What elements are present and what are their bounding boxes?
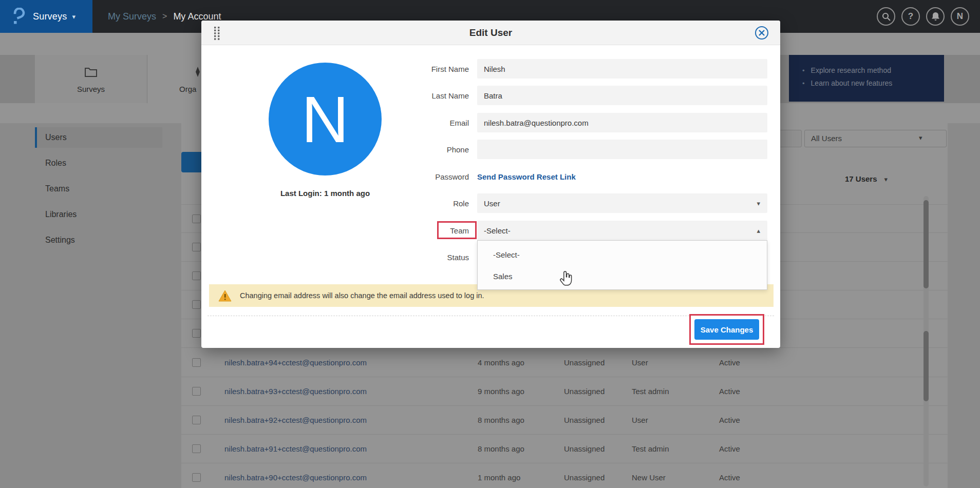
avatar-initial: N — [957, 11, 963, 22]
breadcrumb-parent[interactable]: My Surveys — [108, 11, 156, 22]
chevron-down-icon: ▾ — [72, 13, 76, 21]
annotation-highlight-team — [437, 221, 477, 239]
breadcrumb-separator: > — [162, 12, 167, 21]
first-name-label: First Name — [355, 59, 469, 79]
help-glyph: ? — [908, 11, 913, 22]
status-label: Status — [355, 247, 469, 267]
product-menu[interactable]: Surveys▾ — [0, 0, 92, 33]
email-input[interactable]: nilesh.batra@questionpro.com — [477, 113, 767, 132]
product-name: Surveys — [33, 11, 67, 22]
first-name-input[interactable]: Nilesh — [477, 59, 767, 79]
avatar-initial: N — [301, 82, 349, 157]
chevron-up-icon: ▴ — [757, 227, 760, 235]
page: Surveys Orga • Explore research method •… — [0, 0, 980, 488]
modal-header: Edit User — [201, 21, 780, 45]
warning-text: Changing email address will also change … — [240, 291, 484, 300]
team-dropdown-menu: -Select- Sales — [477, 240, 767, 290]
phone-label: Phone — [355, 140, 469, 159]
questionpro-logo-icon — [11, 8, 27, 28]
close-icon[interactable] — [755, 26, 768, 40]
search-icon[interactable] — [877, 7, 895, 26]
navbar-icons: ? N — [877, 7, 969, 26]
email-label: Email — [355, 113, 469, 132]
team-option-sales[interactable]: Sales — [478, 266, 767, 287]
role-label: Role — [355, 193, 469, 213]
edit-user-modal: Edit User N Last Login: 1 month ago Firs… — [201, 21, 780, 348]
warning-triangle-icon — [218, 290, 232, 302]
role-value: User — [484, 199, 500, 208]
phone-input[interactable] — [477, 140, 767, 159]
user-avatar[interactable]: N — [951, 7, 969, 26]
chevron-down-icon: ▾ — [757, 200, 760, 207]
team-option-select[interactable]: -Select- — [478, 244, 767, 266]
password-label: Password — [355, 167, 469, 186]
annotation-highlight-save: Save Changes — [689, 314, 764, 345]
team-select[interactable]: -Select- ▴ — [477, 221, 767, 240]
mouse-cursor — [559, 271, 572, 288]
role-select[interactable]: User ▾ — [477, 193, 767, 213]
notifications-bell-icon[interactable] — [926, 7, 945, 26]
save-changes-button[interactable]: Save Changes — [694, 319, 759, 340]
send-password-reset-link[interactable]: Send Password Reset Link — [477, 167, 576, 186]
modal-title: Edit User — [201, 21, 780, 45]
team-value: -Select- — [484, 226, 511, 235]
last-name-input[interactable]: Batra — [477, 86, 767, 105]
help-icon[interactable]: ? — [901, 7, 920, 26]
last-name-label: Last Name — [355, 86, 469, 105]
